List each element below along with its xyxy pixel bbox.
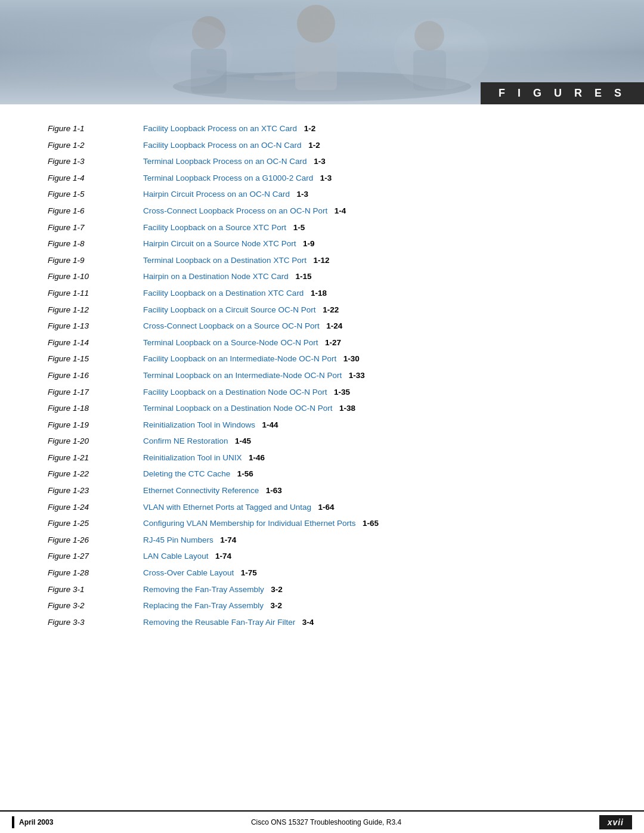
figure-link[interactable]: Terminal Loopback Process on a G1000-2 C…	[143, 172, 313, 185]
figure-link[interactable]: Reinitialization Tool in UNIX	[143, 451, 242, 465]
figure-page: 1-3	[292, 188, 308, 201]
figure-link[interactable]: Configuring VLAN Membership for Individu…	[143, 517, 355, 530]
figure-page: 1-9	[299, 237, 315, 250]
figure-item: Figure 1-22Deleting the CTC Cache 1-56	[48, 467, 596, 481]
figure-label: Figure 3-2	[48, 599, 143, 612]
figures-list: Figure 1-1Facility Loopback Process on a…	[48, 122, 596, 628]
figure-label: Figure 1-22	[48, 467, 143, 481]
figure-item: Figure 1-1Facility Loopback Process on a…	[48, 122, 596, 135]
figure-label: Figure 1-10	[48, 270, 143, 283]
figure-label: Figure 1-13	[48, 320, 143, 333]
figure-link[interactable]: Hairpin Circuit on a Source Node XTC Por…	[143, 237, 296, 250]
figure-page: 1-30	[339, 352, 360, 366]
figure-item: Figure 3-2Replacing the Fan-Tray Assembl…	[48, 599, 596, 612]
figure-page: 1-18	[306, 287, 327, 300]
figure-item: Figure 1-20Confirm NE Restoration 1-45	[48, 435, 596, 448]
figure-link[interactable]: Removing the Reusable Fan-Tray Air Filte…	[143, 616, 295, 629]
page-footer: April 2003 Cisco ONS 15327 Troubleshooti…	[0, 810, 644, 833]
footer-guide: Cisco ONS 15327 Troubleshooting Guide, R…	[251, 818, 401, 826]
figure-item: Figure 1-10Hairpin on a Destination Node…	[48, 270, 596, 283]
figure-item: Figure 1-14Terminal Loopback on a Source…	[48, 336, 596, 349]
figure-page: 1-75	[236, 566, 257, 580]
figure-link[interactable]: Facility Loopback on a Destination Node …	[143, 386, 327, 399]
figure-page: 1-5	[289, 221, 305, 234]
figure-label: Figure 1-6	[48, 205, 143, 218]
figure-link[interactable]: Facility Loopback on an Intermediate-Nod…	[143, 352, 336, 366]
svg-point-7	[394, 18, 489, 89]
figure-link[interactable]: Terminal Loopback on a Destination XTC P…	[143, 254, 306, 267]
footer-date: April 2003	[19, 818, 53, 826]
figure-item: Figure 1-21Reinitialization Tool in UNIX…	[48, 451, 596, 465]
figure-link[interactable]: Reinitialization Tool in Windows	[143, 419, 255, 432]
figure-label: Figure 1-2	[48, 139, 143, 152]
figure-link[interactable]: Cross-Over Cable Layout	[143, 566, 234, 580]
figure-item: Figure 1-7Facility Loopback on a Source …	[48, 221, 596, 234]
figure-page: 1-45	[231, 435, 252, 448]
figure-item: Figure 1-25Configuring VLAN Membership f…	[48, 517, 596, 530]
figure-item: Figure 1-5Hairpin Circuit Process on an …	[48, 188, 596, 201]
figure-link[interactable]: Cross-Connect Loopback Process on an OC-…	[143, 205, 327, 218]
figure-item: Figure 1-3Terminal Loopback Process on a…	[48, 155, 596, 168]
figure-link[interactable]: Confirm NE Restoration	[143, 435, 228, 448]
figure-page: 1-3	[315, 172, 332, 185]
svg-rect-4	[295, 42, 337, 90]
figure-page: 1-74	[211, 550, 232, 563]
figure-label: Figure 1-14	[48, 336, 143, 349]
figure-label: Figure 1-4	[48, 172, 143, 185]
figure-page: 1-46	[244, 451, 265, 465]
footer-page-number: xvii	[599, 815, 632, 829]
footer-bar	[12, 816, 14, 828]
figure-link[interactable]: VLAN with Ethernet Ports at Tagged and U…	[143, 501, 311, 514]
figure-label: Figure 1-18	[48, 402, 143, 415]
figure-link[interactable]: Facility Loopback on a Circuit Source OC…	[143, 304, 316, 317]
figure-page: 1-24	[322, 320, 343, 333]
figure-link[interactable]: Facility Loopback on a Destination XTC C…	[143, 287, 304, 300]
figure-link[interactable]: RJ-45 Pin Numbers	[143, 534, 213, 547]
figure-link[interactable]: Hairpin Circuit Process on an OC-N Card	[143, 188, 290, 201]
figure-page: 1-56	[233, 467, 253, 481]
main-content: Figure 1-1Facility Loopback Process on a…	[0, 104, 644, 810]
figure-link[interactable]: Removing the Fan-Tray Assembly	[143, 583, 264, 596]
figure-link[interactable]: Ethernet Connectivity Reference	[143, 484, 259, 497]
figure-item: Figure 1-28Cross-Over Cable Layout 1-75	[48, 566, 596, 580]
figure-label: Figure 3-3	[48, 616, 143, 629]
footer-left: April 2003	[12, 816, 53, 828]
header-people-svg	[113, 0, 531, 104]
figure-link[interactable]: Deleting the CTC Cache	[143, 467, 230, 481]
figure-item: Figure 1-4Terminal Loopback Process on a…	[48, 172, 596, 185]
figure-label: Figure 1-23	[48, 484, 143, 497]
figure-link[interactable]: Terminal Loopback on a Destination Node …	[143, 402, 332, 415]
figure-page: 1-64	[314, 501, 335, 514]
figure-item: Figure 1-23Ethernet Connectivity Referen…	[48, 484, 596, 497]
figure-label: Figure 1-3	[48, 155, 143, 168]
figure-link[interactable]: Facility Loopback Process on an XTC Card	[143, 122, 297, 135]
figure-label: Figure 1-25	[48, 517, 143, 530]
svg-point-3	[297, 5, 335, 43]
figure-link[interactable]: Facility Loopback Process on an OC-N Car…	[143, 139, 302, 152]
figure-item: Figure 1-24VLAN with Ethernet Ports at T…	[48, 501, 596, 514]
figure-link[interactable]: Cross-Connect Loopback on a Source OC-N …	[143, 320, 320, 333]
figure-page: 1-27	[320, 336, 341, 349]
figure-link[interactable]: Terminal Loopback Process on an OC-N Car…	[143, 155, 307, 168]
figure-label: Figure 1-17	[48, 386, 143, 399]
figure-page: 1-22	[318, 304, 339, 317]
svg-point-8	[149, 21, 233, 86]
figure-label: Figure 3-1	[48, 583, 143, 596]
figure-link[interactable]: Facility Loopback on a Source XTC Port	[143, 221, 286, 234]
figure-item: Figure 1-18Terminal Loopback on a Destin…	[48, 402, 596, 415]
figure-label: Figure 1-21	[48, 451, 143, 465]
figure-item: Figure 1-26RJ-45 Pin Numbers 1-74	[48, 534, 596, 547]
figure-label: Figure 1-26	[48, 534, 143, 547]
figure-page: 1-38	[335, 402, 355, 415]
page-section-title: F I G U R E S	[499, 87, 626, 99]
figure-label: Figure 1-9	[48, 254, 143, 267]
figure-page: 1-2	[304, 139, 320, 152]
figure-page: 1-65	[358, 517, 379, 530]
figure-link[interactable]: Hairpin on a Destination Node XTC Card	[143, 270, 289, 283]
figure-link[interactable]: LAN Cable Layout	[143, 550, 209, 563]
figure-link[interactable]: Replacing the Fan-Tray Assembly	[143, 599, 264, 612]
figure-link[interactable]: Terminal Loopback on a Source-Node OC-N …	[143, 336, 318, 349]
figure-link[interactable]: Terminal Loopback on an Intermediate-Nod…	[143, 369, 342, 382]
figure-item: Figure 1-16Terminal Loopback on an Inter…	[48, 369, 596, 382]
figure-item: Figure 1-12Facility Loopback on a Circui…	[48, 304, 596, 317]
